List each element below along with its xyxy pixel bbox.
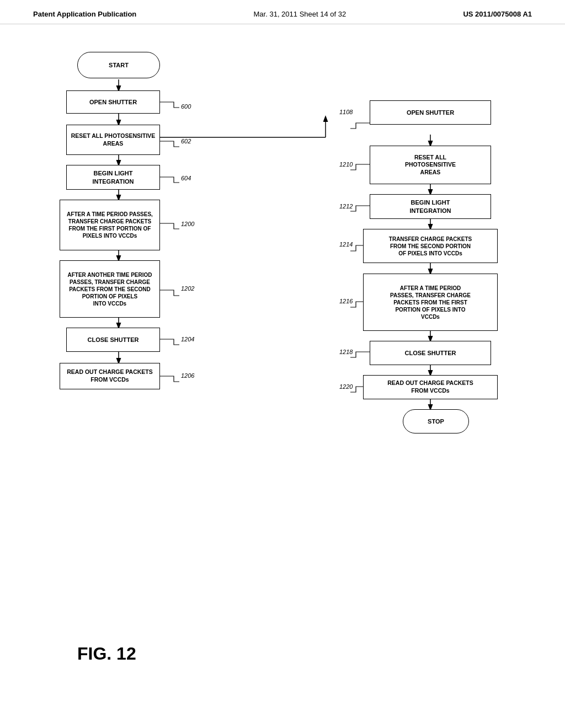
node-stop-label: STOP bbox=[428, 418, 444, 425]
node-1218-label: CLOSE SHUTTER bbox=[405, 349, 456, 357]
ref-1212: 1212 bbox=[339, 203, 353, 210]
node-1212-label: BEGIN LIGHT INTEGRATION bbox=[410, 199, 451, 215]
page: Patent Application Publication Mar. 31, … bbox=[0, 0, 565, 728]
node-1108: OPEN SHUTTER bbox=[370, 100, 491, 125]
node-600-label: OPEN SHUTTER bbox=[89, 98, 137, 106]
header-patent-number: US 2011/0075008 A1 bbox=[463, 10, 532, 18]
header-publication-label: Patent Application Publication bbox=[33, 10, 136, 18]
ref-1210: 1210 bbox=[339, 161, 353, 168]
flowchart: START OPEN SHUTTER 600 RESET ALL PHOTOSE… bbox=[33, 35, 532, 697]
node-1206-label: READ OUT CHARGE PACKETS FROM VCCDs bbox=[67, 368, 153, 383]
node-1204: CLOSE SHUTTER bbox=[66, 328, 160, 352]
node-600: OPEN SHUTTER bbox=[66, 90, 160, 114]
node-stop: STOP bbox=[403, 409, 469, 433]
node-1220: READ OUT CHARGE PACKETS FROM VCCDs bbox=[363, 375, 498, 399]
node-start: START bbox=[77, 52, 160, 78]
node-1218: CLOSE SHUTTER bbox=[370, 341, 491, 365]
ref-1214: 1214 bbox=[339, 241, 353, 248]
ref-1204: 1204 bbox=[181, 336, 194, 342]
node-1220-label: READ OUT CHARGE PACKETS FROM VCCDs bbox=[387, 379, 473, 394]
node-1202-label: AFTER ANOTHER TIME PERIOD PASSES, TRANSF… bbox=[68, 271, 152, 307]
node-1200: AFTER A TIME PERIOD PASSES, TRANSFER CHA… bbox=[60, 200, 160, 250]
node-start-label: START bbox=[109, 62, 129, 68]
node-604: BEGIN LIGHT INTEGRATION bbox=[66, 165, 160, 190]
ref-1220: 1220 bbox=[339, 383, 353, 390]
ref-1202: 1202 bbox=[181, 285, 194, 292]
ref-604: 604 bbox=[181, 175, 191, 181]
node-1108-label: OPEN SHUTTER bbox=[407, 109, 454, 116]
ref-1216: 1216 bbox=[339, 298, 353, 304]
node-602-label: RESET ALL PHOTOSENSITIVE AREAS bbox=[71, 132, 156, 147]
ref-1206: 1206 bbox=[181, 372, 194, 379]
node-1212: BEGIN LIGHT INTEGRATION bbox=[370, 194, 491, 219]
node-1202: AFTER ANOTHER TIME PERIOD PASSES, TRANSF… bbox=[60, 260, 160, 318]
ref-602: 602 bbox=[181, 138, 191, 144]
figure-label: FIG. 12 bbox=[77, 644, 136, 664]
node-1214: TRANSFER CHARGE PACKETS FROM THE SECOND … bbox=[363, 229, 498, 263]
node-1216-label: AFTER A TIME PERIOD PASSES, TRANSFER CHA… bbox=[390, 285, 471, 320]
page-header: Patent Application Publication Mar. 31, … bbox=[0, 0, 565, 24]
node-602: RESET ALL PHOTOSENSITIVE AREAS bbox=[66, 125, 160, 155]
ref-1200: 1200 bbox=[181, 221, 194, 227]
node-1200-label: AFTER A TIME PERIOD PASSES, TRANSFER CHA… bbox=[67, 211, 153, 239]
node-1210: RESET ALL PHOTOSENSITIVE AREAS bbox=[370, 146, 491, 184]
ref-1218: 1218 bbox=[339, 349, 353, 355]
node-604-label: BEGIN LIGHT INTEGRATION bbox=[93, 169, 134, 185]
node-1204-label: CLOSE SHUTTER bbox=[88, 336, 139, 344]
node-1216: AFTER A TIME PERIOD PASSES, TRANSFER CHA… bbox=[363, 274, 498, 331]
header-date-sheet: Mar. 31, 2011 Sheet 14 of 32 bbox=[254, 10, 347, 18]
node-1214-label: TRANSFER CHARGE PACKETS FROM THE SECOND … bbox=[389, 235, 472, 257]
ref-1108: 1108 bbox=[339, 109, 353, 115]
node-1210-label: RESET ALL PHOTOSENSITIVE AREAS bbox=[405, 154, 456, 176]
node-1206: READ OUT CHARGE PACKETS FROM VCCDs bbox=[60, 363, 160, 389]
ref-600: 600 bbox=[181, 103, 191, 110]
diagram-area: START OPEN SHUTTER 600 RESET ALL PHOTOSE… bbox=[0, 24, 565, 708]
